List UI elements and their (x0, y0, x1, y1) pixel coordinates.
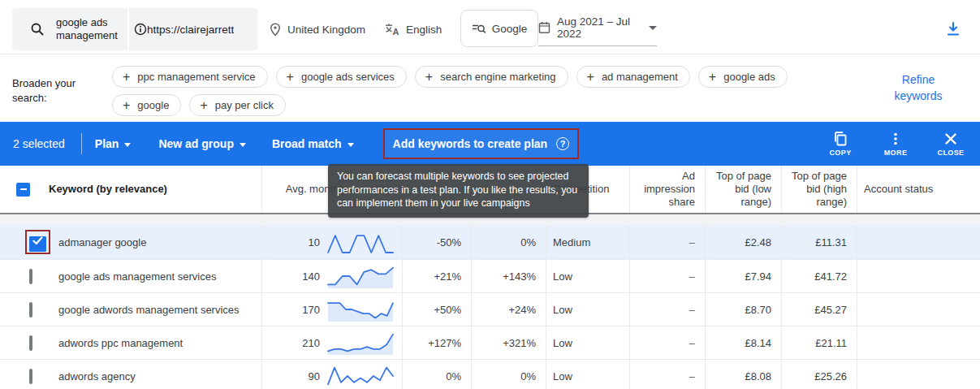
location-value: United Kingdom (287, 24, 365, 36)
broaden-chip[interactable]: +google (112, 94, 181, 116)
search-icon (30, 22, 45, 37)
keyword-text: adwords agency (49, 360, 261, 389)
avg-monthly-searches-value: 10 (309, 236, 320, 249)
download-button[interactable] (944, 20, 964, 40)
plus-icon: + (200, 98, 207, 113)
three-month-change-cell: 0% (402, 360, 471, 389)
ad-impression-share-cell: – (629, 225, 705, 259)
chip-label: search engine marketing (440, 71, 555, 83)
broaden-chip[interactable]: +pay per click (189, 94, 286, 116)
table-body: admanager google10-50%0%Medium–£2.48£11.… (0, 225, 980, 389)
plan-dropdown[interactable]: Plan (95, 137, 132, 150)
ad-impression-share-cell: – (629, 293, 705, 326)
three-month-change-cell: +127% (402, 326, 471, 359)
yoy-change-cell: +321% (471, 326, 546, 359)
url-value: https://clairejarrett (147, 24, 234, 36)
chevron-down-icon (124, 143, 131, 147)
avg-monthly-searches-cell: 140 (261, 260, 402, 292)
header-keyword[interactable]: Keyword (by relevance) (49, 166, 261, 213)
broaden-chip-list: +ppc management service+google ads servi… (112, 66, 843, 116)
check-icon (31, 234, 45, 248)
top-of-page-bid-low-cell: £8.70 (705, 293, 781, 326)
three-month-change-cell: +21% (402, 260, 471, 292)
network-selector[interactable]: Google (460, 10, 538, 47)
checkbox-wrapper (29, 304, 32, 316)
chip-label: google ads services (301, 71, 395, 83)
language-selector[interactable]: A English (385, 8, 442, 50)
calendar-icon (538, 21, 550, 34)
row-checkbox-cell (0, 326, 49, 359)
three-month-change-cell: +50% (402, 293, 471, 326)
row-checkbox-cell (0, 260, 49, 292)
search-volume-sparkline (326, 296, 395, 322)
refine-keywords-link[interactable]: Refine keywords (887, 71, 949, 104)
keyword-text: admanager google (49, 225, 261, 259)
competition-cell: Medium (546, 225, 629, 259)
selection-toolbar: 2 selected Plan New ad group Broad match… (0, 122, 980, 166)
select-all-checkbox[interactable] (16, 183, 30, 197)
top-filter-bar: google ads management https://clairejarr… (0, 0, 980, 54)
yoy-change-cell: +24% (471, 293, 546, 326)
header-checkbox-cell (0, 166, 49, 213)
broaden-chip[interactable]: +google ads services (276, 66, 407, 88)
header-top-of-page-bid-low[interactable]: Top of page bid (low range) (705, 166, 781, 213)
close-button[interactable]: CLOSE (933, 132, 969, 157)
yoy-change-cell: +143% (471, 260, 546, 292)
row-checkbox[interactable] (29, 269, 32, 284)
help-icon[interactable]: ? (556, 137, 569, 150)
network-value: Google (492, 23, 528, 35)
yoy-change-cell: 0% (471, 360, 546, 389)
add-keywords-button[interactable]: Add keywords to create plan ? (385, 129, 578, 158)
ad-impression-share-cell: – (629, 360, 705, 389)
table-row[interactable]: adwords agency900%0%Low–£8.08£25.26 (0, 360, 980, 389)
competition-cell: Low (546, 360, 629, 389)
new-ad-group-dropdown[interactable]: New ad group (158, 137, 246, 150)
avg-monthly-searches-cell: 170 (261, 293, 402, 326)
chip-label: pay per click (215, 99, 274, 111)
search-volume-sparkline (326, 330, 395, 356)
header-ad-impression-share[interactable]: Ad impression share (629, 166, 705, 213)
row-checkbox[interactable] (29, 302, 32, 318)
keyword-text: google ads management services (49, 260, 261, 292)
broaden-chip[interactable]: +ppc management service (112, 66, 268, 88)
table-row[interactable]: admanager google10-50%0%Medium–£2.48£11.… (0, 225, 980, 260)
more-vertical-icon (888, 132, 903, 146)
toolbar-divider (81, 133, 82, 154)
search-volume-sparkline (326, 263, 395, 289)
close-icon (943, 132, 958, 146)
table-row[interactable]: adwords ppc management210+127%+321%Low–£… (0, 326, 980, 360)
broaden-chip[interactable]: +google ads (698, 66, 788, 88)
svg-text:A: A (393, 27, 399, 37)
copy-button[interactable]: COPY (822, 132, 858, 157)
plus-icon: + (287, 70, 294, 84)
table-row[interactable]: google ads management services140+21%+14… (0, 260, 980, 293)
chip-label: google (137, 99, 169, 111)
date-range-selector[interactable]: Aug 2021 – Jul 2022 (538, 10, 657, 46)
avg-monthly-searches-value: 210 (302, 337, 320, 349)
chevron-down-icon (240, 143, 246, 147)
match-type-dropdown[interactable]: Broad match (272, 137, 354, 150)
broaden-chip[interactable]: +search engine marketing (415, 66, 568, 88)
location-selector[interactable]: United Kingdom (270, 8, 365, 50)
keyword-search-group[interactable]: google ads management https://clairejarr… (12, 8, 257, 50)
header-account-status[interactable]: Account status (857, 166, 980, 213)
competition-cell: Low (546, 260, 629, 292)
url-filter-field[interactable]: https://clairejarrett (129, 8, 257, 50)
keyword-search-field[interactable]: google ads management (12, 8, 127, 50)
keyword-planner-page: google ads management https://clairejarr… (0, 0, 980, 389)
row-checkbox[interactable] (29, 369, 32, 384)
top-of-page-bid-low-cell: £7.94 (705, 260, 781, 292)
chevron-down-icon (348, 143, 354, 147)
avg-monthly-searches-value: 140 (302, 270, 320, 283)
header-top-of-page-bid-high[interactable]: Top of page bid (high range) (781, 166, 857, 213)
translate-icon: A (385, 23, 399, 36)
row-checkbox-cell (0, 293, 49, 326)
keyword-text: google adwords management services (49, 293, 261, 326)
table-row[interactable]: google adwords management services170+50… (0, 293, 980, 326)
row-checkbox[interactable] (29, 236, 46, 252)
more-button[interactable]: MORE (878, 132, 913, 157)
plus-icon: + (123, 70, 130, 84)
broaden-search-section: Broaden your search: +ppc management ser… (0, 55, 980, 122)
row-checkbox[interactable] (29, 335, 32, 351)
broaden-chip[interactable]: +ad management (576, 66, 690, 88)
